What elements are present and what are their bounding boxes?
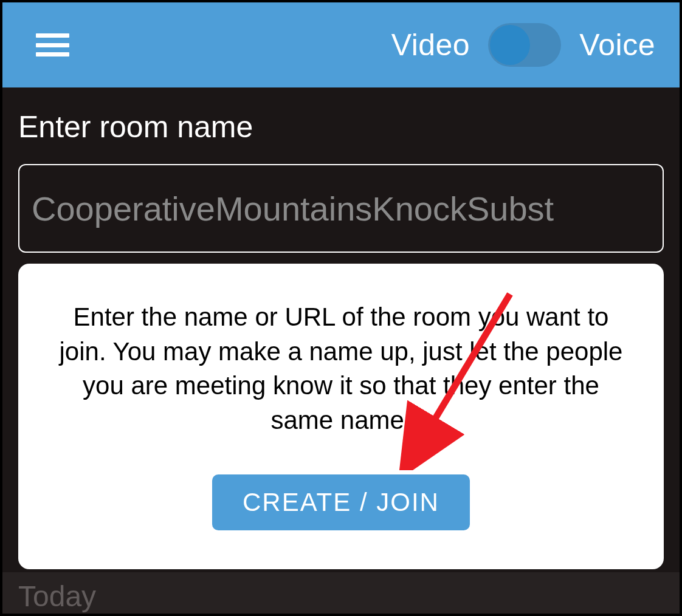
mode-label-voice: Voice: [579, 27, 655, 63]
footer-label: Today: [18, 580, 96, 612]
app-frame: Video Voice Enter room name Enter the na…: [0, 0, 682, 616]
mode-label-video: Video: [391, 27, 470, 63]
toggle-knob: [490, 25, 530, 65]
menu-icon[interactable]: [36, 33, 69, 56]
video-voice-toggle[interactable]: [488, 23, 561, 67]
room-name-input[interactable]: [18, 164, 664, 253]
help-card: Enter the name or URL of the room you wa…: [18, 264, 664, 569]
create-join-button[interactable]: CREATE / JOIN: [212, 474, 470, 530]
help-text: Enter the name or URL of the room you wa…: [49, 300, 633, 438]
main-content: Enter room name Enter the name or URL of…: [2, 87, 680, 569]
app-header: Video Voice: [2, 2, 680, 87]
room-name-label: Enter room name: [18, 109, 664, 145]
footer-bar: Today: [2, 572, 680, 614]
